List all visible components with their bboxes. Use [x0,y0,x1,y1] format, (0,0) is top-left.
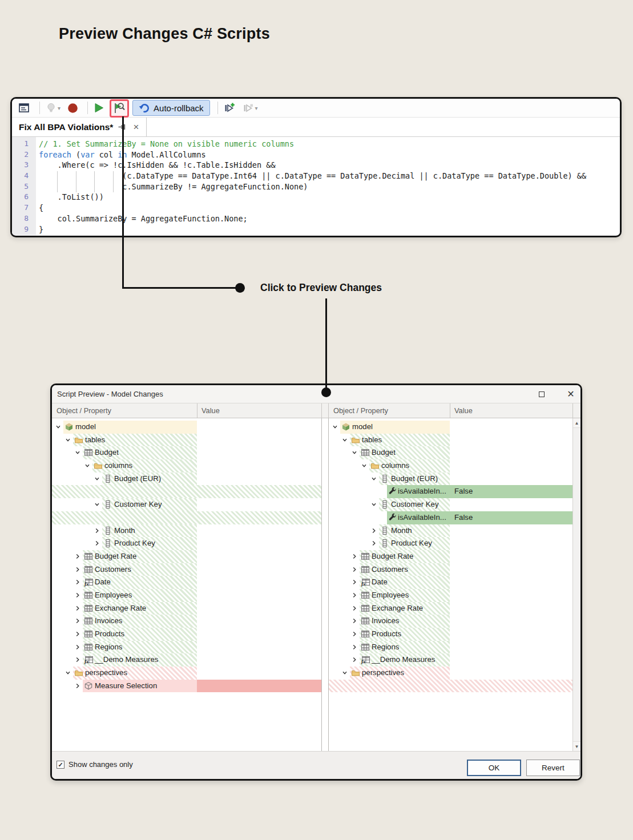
left-value-column-header[interactable]: Value [201,406,220,415]
vertical-scrollbar[interactable]: ▲ ▼ [572,418,580,751]
chevron-right-icon[interactable] [371,528,377,534]
preview-changes-button[interactable] [110,99,129,118]
chevron-right-icon[interactable] [75,683,80,689]
left-object-column-header[interactable]: Object / Property [57,406,111,415]
tree-row[interactable]: columns [329,459,572,472]
scroll-down-icon[interactable]: ▼ [573,741,580,751]
tree-row[interactable]: fx__Demo Measures [52,653,321,667]
tree-row[interactable]: Budget [329,446,572,459]
right-value-column-header[interactable]: Value [454,406,473,415]
chevron-down-icon[interactable] [332,424,338,430]
tree-row[interactable]: Customers [52,563,321,576]
tree-row[interactable]: fxDate [52,576,321,589]
run-last-button[interactable]: ▾ [241,100,260,116]
chevron-down-icon[interactable] [65,670,71,676]
tree-row[interactable]: Regions [52,641,321,654]
chevron-right-icon[interactable] [352,567,357,572]
chevron-right-icon[interactable] [75,554,80,559]
revert-button[interactable]: Revert [526,760,580,776]
tree-row[interactable]: isAvailableIn...False [329,485,572,498]
tree-row[interactable]: Budget (EUR) [52,472,321,486]
chevron-right-icon[interactable] [352,605,357,611]
record-button[interactable] [66,100,80,116]
tab-fix-all-bpa-violations[interactable]: Fix All BPA Violations* × [12,118,147,136]
tree-row[interactable]: Budget (EUR) [329,472,572,486]
chevron-right-icon[interactable] [75,579,80,585]
chevron-right-icon[interactable] [75,567,80,572]
dropdown-caret-icon[interactable]: ▾ [58,105,61,111]
auto-rollback-button[interactable]: Auto-rollback [132,100,210,116]
chevron-down-icon[interactable] [75,450,80,455]
tree-row[interactable]: Employees [52,589,321,602]
chevron-right-icon[interactable] [352,631,357,637]
tree-row[interactable]: Measure Selection [52,680,321,693]
chevron-down-icon[interactable] [371,476,377,482]
chevron-down-icon[interactable] [55,424,61,430]
chevron-right-icon[interactable] [352,592,357,598]
chevron-right-icon[interactable] [352,657,357,663]
dropdown-caret-icon[interactable]: ▾ [255,105,258,111]
tree-row[interactable]: Customer Key [329,498,572,511]
new-run-button[interactable] [222,100,237,116]
chevron-right-icon[interactable] [94,540,100,546]
tree-row[interactable]: columns [52,459,321,472]
tree-row[interactable]: Budget Rate [52,550,321,563]
close-icon[interactable]: ✕ [562,385,579,403]
tree-row[interactable]: Invoices [52,615,321,628]
tree-row[interactable]: model [329,421,572,434]
chevron-right-icon[interactable] [352,618,357,624]
tree-row[interactable]: tables [52,434,321,447]
tree-row[interactable]: Budget Rate [329,550,572,563]
tree-row[interactable]: Exchange Rate [52,602,321,615]
chevron-down-icon[interactable] [352,450,357,455]
tree-row[interactable]: Customers [329,563,572,576]
tree-row[interactable]: Month [329,524,572,538]
chevron-right-icon[interactable] [371,540,377,546]
chevron-down-icon[interactable] [84,463,90,469]
format-hint-button[interactable]: ▾ [44,100,62,116]
chevron-down-icon[interactable] [361,463,367,469]
tree-row[interactable]: perspectives [52,667,321,680]
tree-row[interactable]: perspectives [329,667,572,680]
chevron-down-icon[interactable] [371,502,377,507]
chevron-right-icon[interactable] [75,631,80,637]
chevron-right-icon[interactable] [94,528,100,534]
chevron-right-icon[interactable] [352,579,357,585]
tree-row[interactable]: Employees [329,589,572,602]
show-changes-only-checkbox[interactable]: ✓ Show changes only [57,760,133,769]
chevron-down-icon[interactable] [342,670,348,676]
chevron-down-icon[interactable] [94,502,100,507]
tree-row[interactable]: isAvailableIn...False [329,511,572,524]
tree-row[interactable]: Invoices [329,615,572,628]
tree-row[interactable]: Products [329,628,572,641]
code-editor[interactable]: 12345678910 // 1. Set SummarizeBy = None… [12,137,620,235]
tree-row[interactable]: Budget [52,446,321,459]
tree-row[interactable]: tables [329,434,572,447]
tree-row[interactable]: fx__Demo Measures [329,653,572,667]
tree-row[interactable]: Customer Key [52,498,321,511]
tab-close-icon[interactable]: × [132,122,140,132]
tree-row[interactable]: model [52,421,321,434]
chevron-right-icon[interactable] [75,618,80,624]
maximize-icon[interactable] [533,385,550,403]
chevron-right-icon[interactable] [352,554,357,559]
new-script-button[interactable] [17,100,32,116]
chevron-right-icon[interactable] [75,657,80,663]
tree-row[interactable]: Regions [329,641,572,654]
tree-row[interactable]: fxDate [329,576,572,589]
tree-row[interactable]: Products [52,628,321,641]
chevron-right-icon[interactable] [75,592,80,598]
right-object-column-header[interactable]: Object / Property [333,406,388,415]
chevron-right-icon[interactable] [352,644,357,650]
chevron-right-icon[interactable] [75,644,80,650]
tree-row[interactable]: Product Key [52,537,321,550]
chevron-right-icon[interactable] [75,605,80,611]
scroll-up-icon[interactable]: ▲ [573,418,580,428]
chevron-down-icon[interactable] [94,476,100,482]
ok-button[interactable]: OK [467,760,521,776]
tree-row[interactable]: Product Key [329,537,572,550]
tree-row[interactable]: Exchange Rate [329,602,572,615]
run-script-button[interactable] [92,100,106,116]
tree-row[interactable]: Month [52,524,321,538]
chevron-down-icon[interactable] [342,437,348,443]
